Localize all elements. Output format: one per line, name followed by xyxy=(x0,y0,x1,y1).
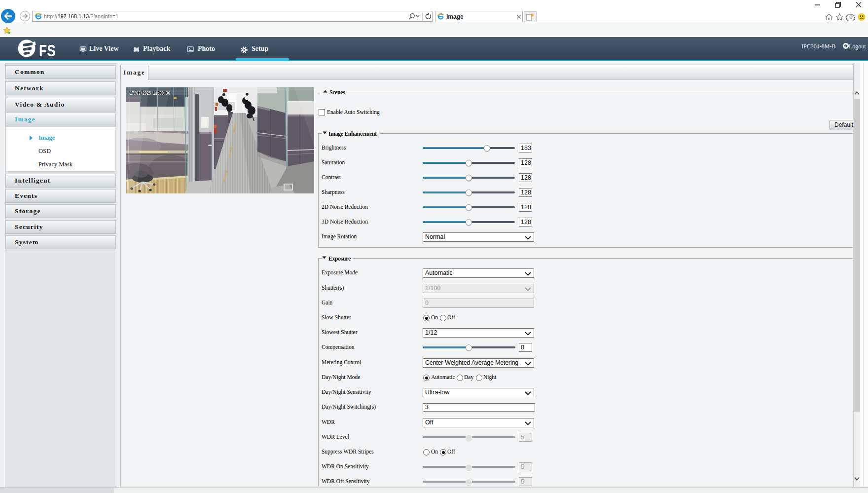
svg-text:17/03/2025 11:39:30: 17/03/2025 11:39:30 xyxy=(130,90,170,96)
